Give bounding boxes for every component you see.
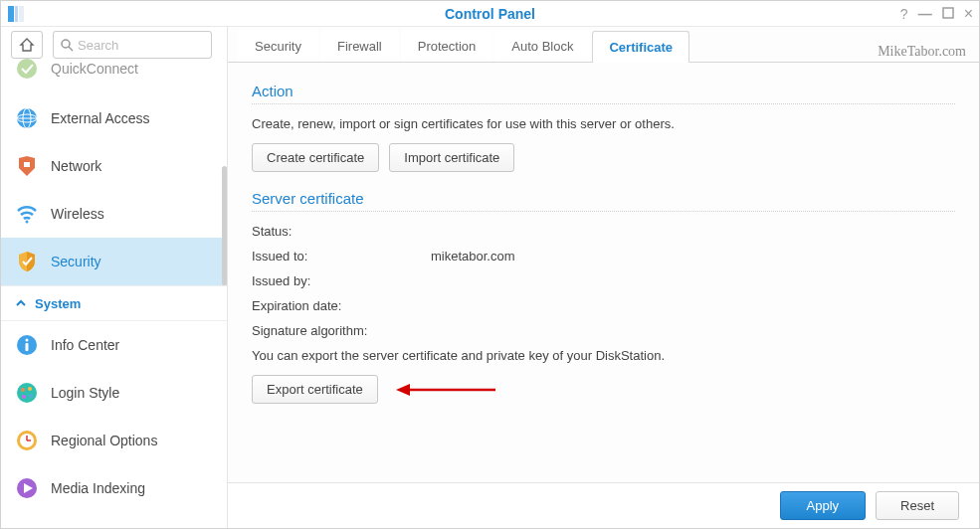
sidebar-section-system[interactable]: System — [1, 285, 227, 321]
signature-label: Signature algorithm: — [252, 323, 431, 338]
clock-icon — [15, 429, 39, 452]
svg-rect-15 — [26, 343, 29, 351]
chevron-up-icon — [15, 297, 27, 309]
tab-firewall[interactable]: Firewall — [320, 30, 399, 62]
issued-by-label: Issued by: — [252, 273, 431, 288]
sidebar-item-label: Info Center — [51, 337, 119, 353]
expiration-label: Expiration date: — [252, 298, 431, 313]
home-button[interactable] — [11, 31, 43, 59]
svg-point-4 — [62, 40, 70, 48]
search-box[interactable] — [53, 31, 212, 59]
issued-to-row: Issued to: miketabor.com — [252, 249, 955, 264]
certificate-panel: Action Create, renew, import or sign cer… — [228, 63, 979, 482]
titlebar: Control Panel ? — × — [1, 1, 979, 27]
action-title: Action — [252, 83, 955, 99]
sidebar-item-external-access[interactable]: External Access — [1, 94, 227, 142]
svg-point-17 — [21, 388, 25, 392]
export-certificate-button[interactable]: Export certificate — [252, 375, 378, 404]
export-desc: You can export the server certificate an… — [252, 348, 955, 363]
tab-auto-block[interactable]: Auto Block — [494, 30, 590, 62]
wifi-icon — [15, 202, 39, 226]
status-label: Status: — [252, 224, 431, 239]
sidebar-item-label: Media Indexing — [51, 480, 145, 496]
palette-icon — [15, 381, 39, 405]
svg-point-16 — [17, 383, 37, 403]
svg-line-5 — [69, 47, 73, 51]
svg-marker-28 — [396, 384, 410, 396]
action-desc: Create, renew, import or sign certificat… — [252, 116, 955, 131]
shield-icon — [15, 250, 39, 273]
sidebar-item-login-style[interactable]: Login Style — [1, 369, 227, 417]
sidebar-item-label: Wireless — [51, 206, 104, 222]
window-body: QuickConnect External Access Network Wir… — [1, 27, 979, 528]
sidebar-item-regional-options[interactable]: Regional Options — [1, 417, 227, 464]
watermark: MikeTabor.com — [878, 44, 966, 60]
sidebar-item-label: Regional Options — [51, 433, 157, 448]
search-icon — [60, 38, 74, 52]
home-icon — [19, 37, 35, 53]
window-title: Control Panel — [1, 6, 979, 22]
content-area: Security Firewall Protection Auto Block … — [228, 27, 979, 528]
sidebar-item-label: Network — [51, 158, 101, 174]
issued-by-row: Issued by: — [252, 273, 955, 288]
action-buttons: Create certificate Import certificate — [252, 143, 955, 172]
maximize-icon[interactable] — [942, 7, 954, 21]
create-certificate-button[interactable]: Create certificate — [252, 143, 379, 172]
sidebar-item-wireless[interactable]: Wireless — [1, 190, 227, 238]
svg-rect-3 — [943, 8, 953, 18]
help-icon[interactable]: ? — [900, 7, 908, 21]
tabs: Security Firewall Protection Auto Block … — [228, 27, 979, 63]
server-cert-title: Server certificate — [252, 190, 955, 207]
globe-icon — [15, 106, 39, 130]
sidebar-item-quickconnect[interactable]: QuickConnect — [1, 63, 227, 94]
sidebar-item-label: Security — [51, 254, 101, 269]
svg-point-12 — [26, 221, 29, 224]
media-icon — [15, 476, 39, 500]
sidebar-section-label: System — [35, 296, 81, 311]
apply-button[interactable]: Apply — [780, 491, 867, 520]
sidebar-item-label: Login Style — [51, 385, 119, 401]
tab-security[interactable]: Security — [238, 30, 318, 62]
sidebar-item-network[interactable]: Network — [1, 142, 227, 190]
svg-point-18 — [28, 387, 32, 391]
minimize-icon[interactable]: — — [918, 7, 932, 21]
sidebar: QuickConnect External Access Network Wir… — [1, 27, 228, 528]
svg-point-6 — [17, 59, 37, 79]
network-icon — [15, 154, 39, 178]
signature-row: Signature algorithm: — [252, 323, 955, 338]
expiration-row: Expiration date: — [252, 298, 955, 313]
sidebar-item-info-center[interactable]: Info Center — [1, 321, 227, 369]
import-certificate-button[interactable]: Import certificate — [389, 143, 514, 172]
window-controls: ? — × — [900, 1, 973, 27]
svg-point-19 — [29, 394, 33, 398]
tab-certificate[interactable]: Certificate — [592, 31, 689, 63]
status-row: Status: — [252, 224, 955, 239]
quickconnect-icon — [15, 57, 39, 81]
sidebar-item-label: External Access — [51, 110, 150, 126]
sidebar-item-security[interactable]: Security — [1, 238, 227, 285]
search-input[interactable] — [78, 38, 205, 53]
control-panel-window: Control Panel ? — × Quick — [0, 0, 980, 529]
sidebar-scrollbar[interactable] — [222, 166, 227, 285]
reset-button[interactable]: Reset — [876, 491, 959, 520]
annotation-arrow-icon — [396, 380, 495, 400]
svg-point-14 — [26, 339, 29, 342]
sidebar-item-label: QuickConnect — [51, 61, 138, 77]
issued-to-value: miketabor.com — [431, 249, 515, 264]
svg-rect-11 — [24, 162, 30, 167]
sidebar-item-media-indexing[interactable]: Media Indexing — [1, 464, 227, 512]
info-icon — [15, 333, 39, 357]
issued-to-label: Issued to: — [252, 249, 431, 264]
tab-protection[interactable]: Protection — [401, 30, 493, 62]
divider — [252, 211, 955, 212]
close-icon[interactable]: × — [964, 6, 973, 22]
svg-point-20 — [22, 395, 26, 399]
divider — [252, 103, 955, 104]
footer: Apply Reset — [228, 482, 979, 528]
